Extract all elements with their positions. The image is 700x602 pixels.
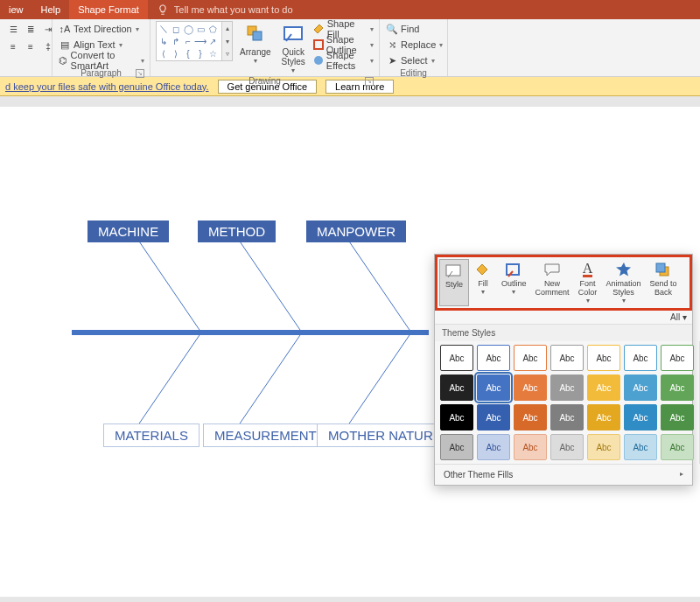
outline-icon — [504, 261, 523, 278]
label-materials[interactable]: MATERIALS — [103, 424, 200, 447]
theme-swatch[interactable]: Abc — [624, 404, 657, 430]
group-label-blank — [5, 65, 46, 76]
theme-swatch[interactable]: Abc — [550, 434, 584, 460]
label-manpower[interactable]: MANPOWER — [306, 220, 406, 242]
smartart-icon: ⌬ — [58, 53, 69, 67]
label-method[interactable]: METHOD — [198, 220, 276, 242]
animation-styles-tool[interactable]: Animation Styles▾ — [602, 259, 646, 306]
numbering-icon[interactable]: ≣ — [23, 21, 38, 37]
all-dropdown[interactable]: All ▾ — [435, 311, 692, 325]
theme-swatch[interactable]: Abc — [514, 434, 547, 460]
shape-effects-icon — [312, 53, 325, 67]
shape-context-popup: Style Fill▾ Outline▾ New Comment A Font … — [434, 254, 693, 486]
replace-button[interactable]: ⤭ Replace▾ — [385, 37, 443, 52]
svg-line-8 — [346, 236, 411, 332]
text-direction-button[interactable]: ↕A Text Direction ▾ — [58, 21, 139, 37]
theme-swatch[interactable]: Abc — [624, 374, 657, 401]
align-center-icon[interactable]: ≡ — [23, 38, 38, 54]
style-tool[interactable]: Style — [439, 259, 469, 306]
arrange-label: Arrange — [240, 47, 271, 57]
theme-swatch[interactable]: Abc — [440, 434, 473, 460]
mini-toolbar: Style Fill▾ Outline▾ New Comment A Font … — [435, 255, 692, 311]
svg-line-11 — [346, 332, 411, 429]
arrange-icon — [244, 23, 267, 46]
search-icon: 🔍 — [385, 22, 399, 36]
theme-swatch[interactable]: Abc — [477, 345, 510, 371]
align-text-label: Align Text — [74, 39, 116, 50]
theme-swatch[interactable]: Abc — [550, 345, 584, 371]
other-theme-fills[interactable]: Other Theme Fills▸ — [435, 464, 692, 485]
align-left-icon[interactable]: ≡ — [5, 38, 21, 54]
theme-swatch[interactable]: Abc — [440, 404, 473, 430]
arrange-button[interactable]: Arrange ▾ — [236, 21, 275, 66]
send-back-icon — [654, 261, 673, 278]
style-icon — [444, 262, 464, 279]
quick-styles-button[interactable]: Quick Styles ▾ — [278, 21, 309, 76]
group-paragraph: ↕A Text Direction ▾ ▤ Align Text ▾ ⌬ Con… — [52, 19, 150, 76]
svg-rect-2 — [284, 27, 302, 39]
theme-swatch[interactable]: Abc — [477, 404, 510, 430]
tab-shape-format[interactable]: Shape Format — [69, 0, 148, 19]
quick-styles-label: Quick Styles — [282, 47, 305, 66]
svg-line-6 — [136, 236, 201, 332]
slide[interactable]: MACHINE METHOD MANPOWER MATERIALS MEASUR… — [0, 107, 700, 597]
theme-swatch[interactable]: Abc — [587, 404, 620, 430]
select-button[interactable]: ➤ Select▾ — [385, 52, 435, 68]
shape-fill-icon — [312, 22, 326, 36]
theme-swatch[interactable]: Abc — [477, 434, 510, 460]
svg-rect-12 — [446, 265, 460, 276]
find-label: Find — [401, 24, 419, 34]
send-back-tool[interactable]: Send to Back — [646, 259, 682, 306]
text-direction-label: Text Direction — [74, 24, 132, 34]
theme-swatch[interactable]: Abc — [440, 345, 473, 371]
fill-icon — [473, 261, 493, 278]
convert-smartart-button[interactable]: ⌬ Convert to SmartArt ▾ — [58, 52, 144, 68]
theme-styles-title: Theme Styles — [435, 325, 692, 341]
theme-swatch[interactable]: Abc — [624, 345, 657, 371]
dialog-launcher-icon[interactable]: ↘ — [136, 69, 144, 78]
theme-swatch[interactable]: Abc — [550, 404, 584, 430]
quick-styles-icon — [282, 23, 304, 46]
theme-swatch[interactable]: Abc — [587, 374, 620, 401]
cursor-icon: ➤ — [385, 53, 399, 67]
bullets-icon[interactable]: ☰ — [5, 21, 21, 37]
new-comment-tool[interactable]: New Comment — [531, 259, 574, 306]
text-direction-icon: ↕A — [58, 22, 72, 36]
theme-swatch[interactable]: Abc — [514, 345, 547, 371]
theme-swatch[interactable]: Abc — [514, 404, 547, 430]
shapes-gallery[interactable]: ＼◻◯▭⬠⇨ ↳↱⌐⟶↗↘ ⟨⟩{}☆⎔ ▴▾▿ — [156, 21, 233, 61]
theme-swatch[interactable]: Abc — [624, 434, 657, 460]
theme-swatch[interactable]: Abc — [587, 345, 620, 371]
theme-swatch[interactable]: Abc — [661, 404, 694, 430]
label-machine[interactable]: MACHINE — [88, 220, 169, 242]
fill-tool[interactable]: Fill▾ — [469, 259, 497, 306]
find-button[interactable]: 🔍 Find — [385, 21, 419, 37]
label-mother-nature[interactable]: MOTHER NATURE — [317, 424, 453, 447]
theme-swatch[interactable]: Abc — [661, 374, 694, 401]
gallery-scroll[interactable]: ▴▾▿ — [221, 22, 232, 60]
title-tabs: iew Help Shape Format Tell me what you w… — [0, 0, 700, 19]
theme-swatch[interactable]: Abc — [661, 345, 694, 371]
theme-swatch[interactable]: Abc — [587, 434, 620, 460]
dialog-launcher-icon[interactable]: ↘ — [365, 77, 374, 86]
theme-swatch[interactable]: Abc — [477, 374, 510, 401]
tell-me[interactable]: Tell me what you want to do — [157, 4, 293, 16]
group-label-drawing: Drawing ↘ — [156, 76, 374, 88]
outline-tool[interactable]: Outline▾ — [497, 259, 531, 306]
theme-swatch[interactable]: Abc — [440, 374, 473, 401]
chevron-down-icon: ▾ — [136, 25, 139, 33]
group-editing: 🔍 Find ⤭ Replace▾ ➤ Select▾ Editing — [380, 19, 448, 76]
group-label-paragraph: Paragraph ↘ — [58, 68, 144, 80]
group-label-editing: Editing — [385, 68, 442, 80]
theme-swatch[interactable]: Abc — [550, 374, 584, 401]
svg-line-9 — [136, 332, 201, 429]
font-color-tool[interactable]: A Font Color▾ — [574, 259, 602, 306]
tab-view[interactable]: iew — [0, 0, 32, 19]
tell-me-label: Tell me what you want to do — [174, 4, 293, 15]
comment-icon — [542, 261, 562, 278]
theme-swatch[interactable]: Abc — [514, 374, 547, 401]
theme-swatch[interactable]: Abc — [661, 434, 694, 460]
shape-effects-button[interactable]: Shape Effects▾ — [312, 52, 374, 68]
replace-icon: ⤭ — [385, 38, 399, 52]
tab-help[interactable]: Help — [32, 0, 70, 19]
